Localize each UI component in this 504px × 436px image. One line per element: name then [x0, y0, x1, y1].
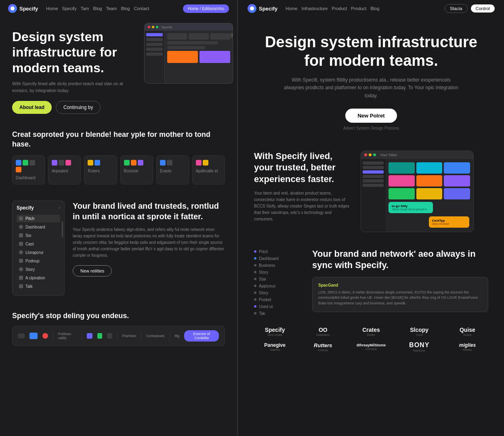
- nav-r-blog[interactable]: Blog: [370, 6, 379, 11]
- company-crates: Crates Roller: [350, 327, 392, 337]
- cat-icon-6: [59, 160, 64, 166]
- continuing-button[interactable]: Continuing by: [56, 101, 101, 114]
- brand-nav-talk[interactable]: Talk: [17, 283, 60, 290]
- company-name-dthreay: dthreayMilStome: [350, 343, 392, 347]
- company-sub-bony: Rarltons: [399, 349, 440, 352]
- sync-nav-label-pitch: Pitch: [259, 249, 268, 254]
- nav-blog-1[interactable]: Blog: [93, 6, 102, 11]
- company-name-panegive: Panegive: [254, 342, 296, 348]
- nav-r-infrastructure[interactable]: Infrastructure: [302, 6, 328, 11]
- specify-mockup-topbar: Your Titles: [361, 151, 473, 159]
- nav-left: Specify Home Specify Tam Blog Team Blog …: [0, 0, 237, 17]
- dot-yellow: [152, 26, 154, 28]
- brand-content-left: Your brand lived and trusteds, rontlud i…: [73, 201, 225, 277]
- logo-left[interactable]: Specify: [8, 4, 38, 13]
- nav-team[interactable]: Team: [106, 6, 117, 11]
- new-reilities-button[interactable]: New reilities: [73, 265, 112, 277]
- cat-icon-13: [160, 160, 166, 166]
- cat-icons-5: [160, 160, 185, 166]
- toolbar-item-2: [29, 333, 38, 339]
- nav-blog-2[interactable]: Blog: [121, 6, 130, 11]
- company-sub-specify: Dire-hosts: [254, 333, 296, 337]
- bottom-heading-left: Specify's stop deling you endeus.: [12, 312, 225, 320]
- nav-r-home[interactable]: Home: [286, 6, 297, 11]
- sync-nav-story: Story: [254, 269, 302, 276]
- brand-nav-label-sio: Sio: [25, 233, 31, 238]
- brand-sync-content: Your brand and network' aeo always in sy…: [312, 248, 488, 319]
- dot-red: [148, 26, 150, 28]
- nav-specify[interactable]: Specify: [62, 6, 77, 11]
- category-ruters[interactable]: Ruters: [84, 155, 117, 184]
- nav-r-product-1[interactable]: Product: [332, 6, 347, 11]
- sync-nav-label-star: Star: [259, 277, 266, 281]
- nav-contact[interactable]: Contact: [134, 6, 149, 11]
- mockup-stat-2: [189, 33, 208, 40]
- cat-icons-1: [16, 160, 41, 172]
- logo-right[interactable]: Specify: [248, 4, 277, 13]
- control-button[interactable]: Control: [471, 4, 495, 13]
- toolbar-item-1: [18, 333, 25, 338]
- sync-dot-story2: [254, 291, 256, 294]
- company-name-miglies: miglies: [447, 342, 488, 348]
- mockup-close[interactable]: ✕: [229, 32, 233, 39]
- about-lead-button[interactable]: About lead: [12, 101, 52, 114]
- toolbar-divider-2: [82, 331, 82, 341]
- brand-nav-dashboard[interactable]: Dashboard: [17, 223, 60, 231]
- signin-button[interactable]: Stacia: [445, 4, 468, 13]
- company-miglies: miglies Mikles: [447, 342, 488, 352]
- brand-nav-cast[interactable]: Cast: [17, 240, 60, 248]
- nav-cta-button-left[interactable]: Home / Editions/nho: [183, 4, 229, 13]
- info-card-title: SpacGand: [318, 283, 482, 287]
- design-process-label: Advert System Design Process: [254, 126, 488, 130]
- sio-icon: [19, 233, 23, 237]
- cat-icons-3: [88, 160, 113, 166]
- mockup-bar-2: [167, 46, 205, 49]
- company-rutters: Rutters Crlines: [302, 342, 344, 352]
- fc1-sub: Yokue loropt dhool plncell to: [392, 208, 430, 211]
- mockup-nav-3: [363, 175, 384, 178]
- company-specify: Specify Dire-hosts: [254, 327, 296, 337]
- cast-icon: [19, 242, 23, 246]
- category-bosinoe[interactable]: Bosinoe: [120, 155, 153, 184]
- mockup-content: [165, 31, 233, 83]
- brand-nav-label-cast: Cast: [25, 242, 34, 246]
- nav-links-right: Home Infrastructure Product Product Blog: [286, 6, 440, 11]
- company-name-specify: Specify: [254, 327, 296, 333]
- sync-dot-pitch: [254, 250, 256, 253]
- sc-orange: [416, 175, 443, 187]
- category-arpealed[interactable]: Arpealed: [48, 155, 81, 184]
- cat-label-3: Ruters: [88, 169, 113, 173]
- toolbar-item-3: [42, 333, 48, 339]
- nav-tam[interactable]: Tam: [81, 6, 89, 11]
- new-polret-button[interactable]: New Polret: [345, 109, 397, 123]
- sync-nav-label-appiceus: Appiceus: [259, 284, 275, 288]
- specify-ui-mockup: Your Titles: [361, 151, 474, 232]
- category-apdlmalle[interactable]: Apdlmalle et: [192, 155, 225, 184]
- company-quise: Quise Rules: [447, 327, 488, 337]
- mockup-bar-1: [167, 41, 218, 44]
- toolbar-icon-5: [97, 333, 102, 339]
- toolbar-icon-3: [42, 333, 48, 339]
- categories-section: Creat soproted you r blende! hear yple f…: [0, 122, 237, 193]
- cat-label-5: Eraots: [160, 169, 185, 173]
- sync-nav-business: Business: [254, 262, 302, 269]
- brand-desc-left: Your Specify andenica falwey algn-doles,…: [73, 226, 225, 259]
- cat-icon-11: [131, 160, 136, 166]
- mockup-title: Specify: [162, 25, 172, 29]
- category-dashboard[interactable]: Dashboard: [12, 155, 45, 184]
- sync-nav-star: Star: [254, 276, 302, 283]
- brand-nav-label-clpiration: A clpiration: [25, 276, 45, 280]
- company-sub-crates: Roller: [350, 333, 392, 337]
- brand-nav-llorapcrur[interactable]: Llorapcrur: [17, 249, 60, 256]
- brand-nav-podnup[interactable]: Podnup: [17, 257, 60, 265]
- brand-nav-story[interactable]: Story: [17, 266, 60, 273]
- toolbar-cta-button[interactable]: Eserore of Cordelite: [184, 330, 219, 342]
- brand-nav-pitch[interactable]: Pitch: [17, 215, 60, 222]
- nav-home[interactable]: Home: [46, 6, 58, 11]
- brand-name-right: Specify: [259, 6, 277, 12]
- sync-nav-label-posket: Posket: [259, 298, 271, 302]
- brand-nav-sio[interactable]: Sio: [17, 232, 60, 239]
- category-eraots[interactable]: Eraots: [156, 155, 189, 184]
- brand-nav-clpiration[interactable]: A clpiration: [17, 274, 60, 282]
- nav-r-product-2[interactable]: Product: [351, 6, 366, 11]
